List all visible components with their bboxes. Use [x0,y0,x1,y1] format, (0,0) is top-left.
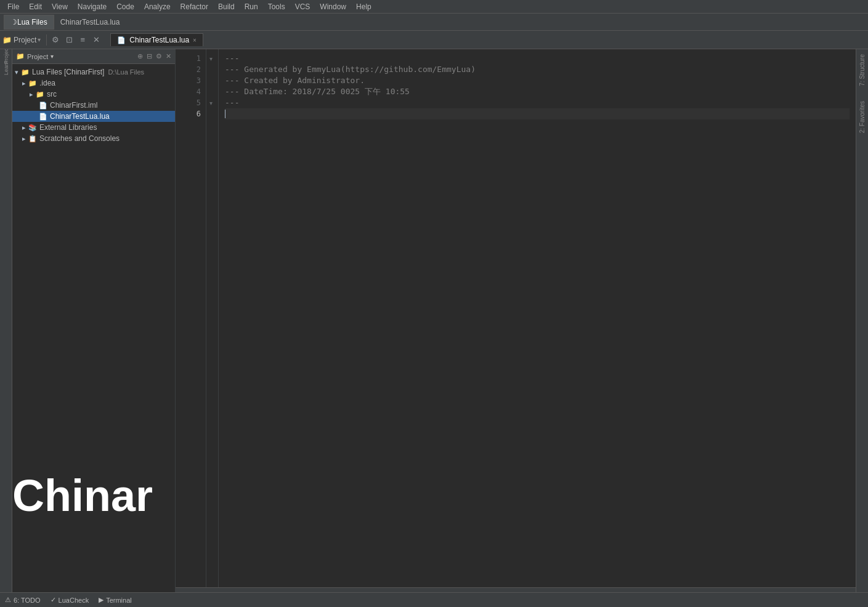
tree-ext-libs[interactable]: ▸ 📚 External Libraries [12,122,175,133]
menu-item-window[interactable]: Window [315,1,351,12]
project-panel-header: 📁 Project ▾ ⊕ ⊟ ⚙ ✕ [12,49,175,64]
code-editor[interactable]: --- --- Generated by EmmyLua(https://git… [219,49,856,587]
menu-item-help[interactable]: Help [351,1,376,12]
luacheck-label: LuaCheck [59,597,89,604]
project-label: Project [14,36,36,44]
tree-ext-libs-icon: 📚 [28,124,37,132]
close-panel-icon[interactable]: ✕ [166,52,171,60]
toolbar-btn-1[interactable]: ⚙ [49,33,62,47]
learn-tool-btn[interactable]: Learn [0,62,12,74]
status-bar: ⚠ 6: TODO ✓ LuaCheck ▶ Terminal [0,592,868,607]
code-comment-5: --- [225,97,239,108]
settings-icon[interactable]: ⚙ [156,52,162,60]
menu-item-navigate[interactable]: Navigate [73,1,112,12]
line-num-2: 2 [197,64,201,75]
line-num-1: 1 [197,53,201,64]
project-tree: ▾ 📁 Lua Files [ChinarFirst] D:\Lua Files… [12,64,175,592]
line-num-6: 6 [197,108,201,119]
tree-iml-file-icon: 📄 [39,102,47,110]
fold-arrow-1[interactable]: ▾ [209,55,213,62]
code-line-3: --- Created by Administrator. [225,75,850,86]
code-comment-3: --- Created by Administrator. [225,75,365,86]
tree-scratches[interactable]: ▸ 📋 Scratches and Consoles [12,133,175,144]
status-terminal[interactable]: ▶ Terminal [99,596,132,604]
tree-src-expand-icon: ▸ [30,90,33,98]
tree-root-expand-icon: ▾ [15,68,18,76]
sidebar-title-label: Project [27,53,48,60]
menu-item-view[interactable]: View [47,1,73,12]
project-header-title: 📁 Project ▾ [16,52,54,60]
structure-panel-btn[interactable]: 7: Structure [859,49,866,91]
editor-tab-filename: ChinarTestLua.lua [129,36,189,44]
code-line-4: --- DateTime: 2018/7/25 0025 下午 10:55 [225,86,850,97]
tree-lua-file[interactable]: 📄 ChinarTestLua.lua [12,111,175,122]
menu-item-run[interactable]: Run [240,1,263,12]
favorites-panel-btn[interactable]: 2: Favorites [859,96,866,138]
tree-root-folder-icon: 📁 [21,68,30,76]
menu-item-build[interactable]: Build [213,1,240,12]
menu-bar: FileEditViewNavigateCodeAnalyzeRefactorB… [0,0,868,14]
code-comment-2: --- Generated by EmmyLua(https://github.… [225,64,476,75]
editor-tab-close[interactable]: × [193,37,197,44]
right-tool-strip: 7: Structure 2: Favorites [856,49,868,592]
menu-item-code[interactable]: Code [112,1,139,12]
editor-scrollbar[interactable] [176,587,856,592]
toolbar-btn-2[interactable]: ⊡ [62,33,76,47]
menu-item-refactor[interactable]: Refactor [176,1,213,12]
tree-src[interactable]: ▸ 📁 src [12,89,175,100]
code-comment-4: --- DateTime: 2018/7/25 0025 下午 10:55 [225,86,410,97]
tree-root-label: Lua Files [ChinarFirst] [32,68,104,76]
code-comment-1: --- [225,53,239,64]
toolbar-btn-4[interactable]: ✕ [89,33,103,47]
project-path-label: ChinarTestLua.lua [60,18,120,26]
tree-iml[interactable]: 📄 ChinarFirst.iml [12,100,175,111]
menu-item-vcs[interactable]: VCS [290,1,315,12]
lua-files-icon: ☽ [10,18,17,26]
project-panel: 📁 Project ▾ ⊕ ⊟ ⚙ ✕ ▾ 📁 Lua Files [China… [12,49,176,592]
menu-item-tools[interactable]: Tools [263,1,290,12]
menu-item-file[interactable]: File [2,1,24,12]
header-dropdown-icon[interactable]: ▾ [51,53,54,60]
tree-idea[interactable]: ▸ 📁 .idea [12,78,175,89]
project-header-icons: ⊕ ⊟ ⚙ ✕ [137,52,171,60]
tree-scratches-icon: 📋 [28,135,37,143]
project-tool-btn[interactable]: Project [0,49,12,62]
scroll-from-source-icon[interactable]: ⊕ [137,52,143,60]
tree-scratches-expand-icon: ▸ [22,135,26,143]
code-line-6 [225,108,850,119]
tree-idea-folder-icon: 📁 [28,79,37,87]
luacheck-icon: ✓ [51,596,56,604]
tree-ext-expand-icon: ▸ [22,124,26,132]
editor-tab-chinar[interactable]: 📄 ChinarTestLua.lua × [110,33,203,46]
menu-item-edit[interactable]: Edit [24,1,47,12]
status-todo[interactable]: ⚠ 6: TODO [5,596,41,604]
menu-item-analyze[interactable]: Analyze [139,1,176,12]
line-numbers: 1 2 3 4 5 6 [176,49,206,587]
tree-idea-label: .idea [39,79,55,87]
terminal-icon: ▶ [99,596,103,604]
tree-src-label: src [47,90,57,98]
lua-files-label: Lua Files [17,18,47,26]
editor-area: 1 2 3 4 5 6 ▾ ▾ [176,49,856,592]
toolbar-btn-3[interactable]: ≡ [76,33,89,47]
status-luacheck[interactable]: ✓ LuaCheck [51,596,89,604]
toolbar: 📁 Project ▾ ⚙ ⊡ ≡ ✕ 📄 ChinarTestLua.lua … [0,31,868,49]
editor-content[interactable]: 1 2 3 4 5 6 ▾ ▾ [176,49,856,587]
tree-root[interactable]: ▾ 📁 Lua Files [ChinarFirst] D:\Lua Files [12,66,175,78]
code-line-2: --- Generated by EmmyLua(https://github.… [225,64,850,75]
toolbar-project-group: 📁 Project ▾ [2,36,41,44]
collapse-icon[interactable]: ⊟ [147,52,152,60]
terminal-label: Terminal [106,597,132,604]
todo-label: 6: TODO [14,597,41,604]
fold-arrow-5[interactable]: ▾ [209,100,213,107]
folder-icon: 📁 [2,36,12,44]
toolbar-actions-group: ⚙ ⊡ ≡ ✕ [49,33,103,47]
tree-src-folder-icon: 📁 [36,90,44,98]
tree-lua-file-icon: 📄 [39,113,47,121]
tree-idea-expand-icon: ▸ [22,79,26,87]
lua-files-tab[interactable]: ☽ Lua Files [4,15,54,30]
line-num-4: 4 [197,86,201,97]
project-dropdown-icon[interactable]: ▾ [38,36,41,43]
text-cursor [225,110,225,118]
line-num-5: 5 [197,97,201,108]
